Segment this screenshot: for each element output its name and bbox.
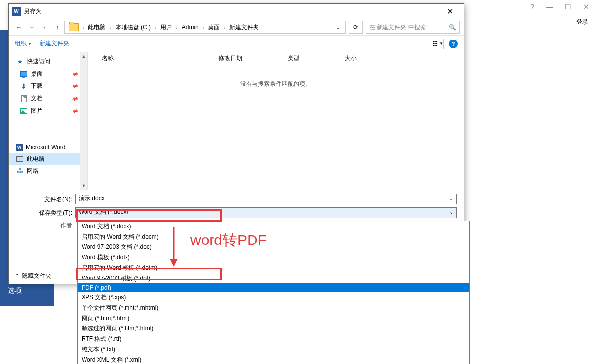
new-folder-button[interactable]: 新建文件夹 <box>40 40 69 48</box>
sidebar-label: 文档 <box>31 94 42 103</box>
sidebar-item-desktop[interactable]: 桌面 📌 <box>9 68 87 80</box>
maximize-icon[interactable]: ☐ <box>565 3 571 11</box>
chevron-down-icon[interactable]: ⌄ <box>449 196 453 201</box>
savetype-dropdown[interactable]: Word 文档 (*.docx) ⌄ <box>75 207 457 218</box>
pictures-icon <box>20 108 27 114</box>
search-icon: 🔍 <box>449 24 456 31</box>
sidebar-item-word[interactable]: W Microsoft Word <box>9 142 87 153</box>
sidebar-label: Microsoft Word <box>26 144 65 151</box>
author-label: 作者: <box>60 221 74 230</box>
bc-users[interactable]: 用户 <box>158 22 174 33</box>
dialog-title: 另存为 <box>24 7 439 16</box>
download-icon: ⬇ <box>20 83 28 90</box>
filetype-option[interactable]: Word XML 文档 (*.xml) <box>78 355 469 364</box>
col-date[interactable]: 修改日期 <box>213 54 283 63</box>
sidebar-label: 快速访问 <box>27 57 50 66</box>
filetype-option[interactable]: 启用宏的 Word 模板 (*.dotm) <box>78 263 469 273</box>
folder-icon <box>69 23 79 31</box>
sort-indicator-icon: ▴ <box>220 53 223 58</box>
col-type[interactable]: 类型 <box>283 54 340 63</box>
filetype-option[interactable]: XPS 文档 (*.xps) <box>78 292 469 303</box>
search-placeholder: 在 新建文件夹 中搜索 <box>369 23 426 32</box>
filename-input[interactable]: 演示.docx ⌄ <box>75 194 457 204</box>
col-name[interactable]: 名称 <box>88 54 213 63</box>
network-icon: 🖧 <box>16 168 24 175</box>
folder-tree: ★ 快速访问 桌面 📌 ⬇ 下载 📌 文档 📌 图片 📌 <box>9 52 88 190</box>
col-size[interactable]: 大小 <box>340 54 380 63</box>
sidebar-item-network[interactable]: 🖧 网络 <box>9 165 87 177</box>
word-icon: W <box>16 144 23 151</box>
filetype-option[interactable]: 网页 (*.htm;*.html) <box>78 313 469 324</box>
filetype-option[interactable]: 纯文本 (*.txt) <box>78 344 469 355</box>
document-icon <box>21 95 27 102</box>
bc-admin[interactable]: Admin <box>180 23 201 32</box>
bc-newfolder[interactable]: 新建文件夹 <box>227 22 261 33</box>
bc-thispc[interactable]: 此电脑 <box>86 22 108 33</box>
chevron-down-icon[interactable]: ⌄ <box>449 209 453 215</box>
sidebar-item-quick[interactable]: ★ 快速访问 <box>9 55 87 68</box>
sidebar-scrollbar[interactable]: ▲ ▼ <box>80 52 87 190</box>
close-icon[interactable]: ✕ <box>583 3 589 11</box>
pin-icon: 📌 <box>71 95 79 103</box>
view-mode-button[interactable]: ☷▼ <box>432 39 444 49</box>
savetype-value: Word 文档 (*.docx) <box>79 208 128 215</box>
breadcrumb[interactable]: › 此电脑› 本地磁盘 (C:)› 用户› Admin› 桌面› 新建文件夹 ⌄ <box>64 21 346 34</box>
organize-button[interactable]: 组织▼ <box>15 40 32 48</box>
sidebar-label: 此电脑 <box>27 155 44 163</box>
pin-icon: 📌 <box>71 107 79 115</box>
filename-label: 文件名(N): <box>16 195 75 203</box>
filetype-option[interactable]: Word 模板 (*.dotx) <box>78 252 469 263</box>
sidebar-item-downloads[interactable]: ⬇ 下载 📌 <box>9 80 87 92</box>
pin-icon: 📌 <box>71 70 79 78</box>
minimize-icon[interactable]: — <box>546 3 553 11</box>
filetype-option[interactable]: RTF 格式 (*.rtf) <box>78 334 469 344</box>
filetype-option[interactable]: Word 文档 (*.docx) <box>78 221 469 232</box>
sidebar-item-pictures[interactable]: 图片 📌 <box>9 105 87 117</box>
pin-icon: 📌 <box>71 82 79 90</box>
chevron-up-icon: ⌃ <box>15 273 20 280</box>
desktop-icon <box>20 71 27 77</box>
toolbar: 组织▼ 新建文件夹 ☷▼ ? <box>9 36 464 52</box>
hide-folders-label: 隐藏文件夹 <box>22 272 51 280</box>
sidebar-item-documents[interactable]: 文档 📌 <box>9 92 87 105</box>
dialog-titlebar: W 另存为 ✕ <box>9 4 464 19</box>
filename-value: 演示.docx <box>79 195 105 202</box>
search-input[interactable]: 在 新建文件夹 中搜索 🔍 <box>366 21 460 34</box>
star-icon: ★ <box>16 58 24 65</box>
help-icon[interactable]: ? <box>530 3 534 11</box>
list-header: 名称 修改日期 类型 大小 ▴ <box>88 52 464 65</box>
empty-message: 没有与搜索条件匹配的项。 <box>88 80 464 88</box>
back-button[interactable]: ← <box>13 21 25 33</box>
forward-button[interactable]: → <box>26 21 38 33</box>
help-button[interactable]: ? <box>449 40 458 48</box>
filetype-option-pdf[interactable]: PDF (*.pdf) <box>78 283 469 292</box>
filetype-option[interactable]: 启用宏的 Word 文档 (*.docm) <box>78 232 469 242</box>
close-button[interactable]: ✕ <box>439 4 461 18</box>
annotation-text: word转PDF <box>190 230 267 250</box>
word-app-icon: W <box>12 7 21 16</box>
sidebar-label: 桌面 <box>31 70 42 78</box>
savetype-label: 保存类型(T): <box>16 209 75 217</box>
sidebar-item-thispc[interactable]: 此电脑 <box>9 153 87 165</box>
bc-drive[interactable]: 本地磁盘 (C:) <box>114 22 153 33</box>
filetype-option[interactable]: Word 97-2003 文档 (*.doc) <box>78 242 469 252</box>
hide-folders-toggle[interactable]: ⌃ 隐藏文件夹 <box>15 272 51 280</box>
refresh-button[interactable]: ⟳ <box>349 21 363 34</box>
pc-icon <box>16 156 23 162</box>
sidebar-label: 图片 <box>31 107 42 115</box>
up-button[interactable]: ↑ <box>51 21 63 33</box>
bc-desktop[interactable]: 桌面 <box>206 22 222 33</box>
filetype-option[interactable]: Word 97-2003 模板 (*.dot) <box>78 273 469 283</box>
sidebar-label: 网络 <box>27 167 39 175</box>
recent-drop[interactable]: ▾ <box>39 21 50 33</box>
filetype-option[interactable]: 筛选过的网页 (*.htm;*.html) <box>78 324 469 334</box>
savetype-options-list: Word 文档 (*.docx) 启用宏的 Word 文档 (*.docm) W… <box>77 221 470 364</box>
file-list: 名称 修改日期 类型 大小 ▴ 没有与搜索条件匹配的项。 <box>88 52 464 190</box>
login-link[interactable]: 登录 <box>576 18 588 26</box>
nav-bar: ← → ▾ ↑ › 此电脑› 本地磁盘 (C:)› 用户› Admin› 桌面›… <box>9 19 464 36</box>
breadcrumb-dropdown[interactable]: ⌄ <box>333 24 343 31</box>
filetype-option[interactable]: 单个文件网页 (*.mht;*.mhtml) <box>78 303 469 313</box>
sidebar-label: 下载 <box>31 82 42 90</box>
